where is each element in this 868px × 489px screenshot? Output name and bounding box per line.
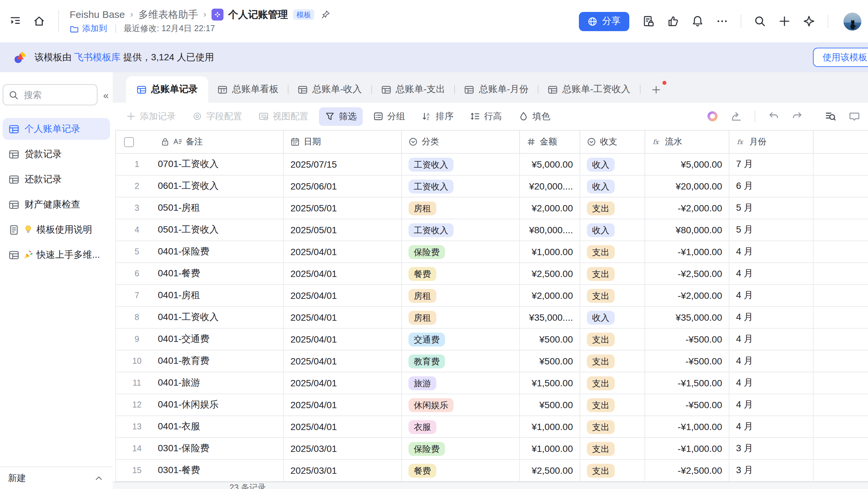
doc-permission-icon[interactable] (643, 15, 654, 27)
cell-category[interactable]: 保险费 (402, 241, 520, 262)
cell-date[interactable]: 2025/03/01 (284, 438, 402, 459)
view-tab-总账单-月份[interactable]: 总账单-月份 (455, 76, 538, 103)
cell-month[interactable]: 4 月 (730, 241, 814, 262)
cell-category[interactable]: 教育费 (402, 351, 520, 372)
cell-note[interactable]: 2 0601-工资收入 (115, 175, 284, 197)
cell-flow[interactable]: -¥2,500.00 (645, 460, 730, 481)
comment-icon[interactable] (849, 111, 860, 122)
view-tab-总账单看板[interactable]: 总账单看板 (208, 76, 288, 103)
cell-month[interactable]: 3 月 (730, 460, 814, 481)
cell-note[interactable]: 13 0401-衣服 (115, 416, 284, 437)
cell-date[interactable]: 2025/04/01 (284, 351, 402, 372)
search-records-icon[interactable] (825, 111, 836, 122)
cell-category[interactable]: 工资收入 (402, 175, 520, 197)
share-view-icon[interactable] (731, 111, 742, 122)
cell-amount[interactable]: ¥1,000.00 (520, 438, 580, 459)
cell-month[interactable]: 7 月 (730, 154, 814, 175)
cell-date[interactable]: 2025/04/01 (284, 394, 402, 416)
cell-category[interactable]: 衣服 (402, 416, 520, 437)
cell-month[interactable]: 6 月 (730, 175, 814, 197)
cell-note[interactable]: 14 0301-保险费 (115, 438, 284, 459)
cell-amount[interactable]: ¥5,000.00 (520, 154, 580, 175)
cell-income-expense[interactable]: 支出 (580, 285, 645, 306)
more-icon[interactable] (716, 15, 728, 27)
column-header-流水[interactable]: fx 流水 (645, 131, 730, 153)
cell-month[interactable]: 5 月 (730, 219, 814, 240)
view-tab-总账单记录[interactable]: 总账单记录 (126, 76, 208, 103)
cell-income-expense[interactable]: 支出 (580, 241, 645, 262)
cell-category[interactable]: 旅游 (402, 372, 520, 394)
sidebar-item-贷款记录[interactable]: 贷款记录 (3, 143, 110, 165)
cell-amount[interactable]: ¥1,000.00 (520, 241, 580, 262)
cell-income-expense[interactable]: 支出 (580, 438, 645, 459)
cell-amount[interactable]: ¥500.00 (520, 394, 580, 416)
cell-category[interactable]: 房租 (402, 197, 520, 219)
toolbar-添加记录-button[interactable]: 添加记录 (126, 110, 176, 122)
cell-category[interactable]: 房租 (402, 307, 520, 328)
cell-note[interactable]: 9 0401-交通费 (115, 329, 284, 350)
cell-date[interactable]: 2025/03/01 (284, 460, 402, 481)
cell-income-expense[interactable]: 收入 (580, 154, 645, 175)
sidebar-item-快速上手多维...[interactable]: 快速上手多维... (3, 244, 110, 266)
cell-date[interactable]: 2025/06/01 (284, 175, 402, 197)
sidebar-search[interactable] (3, 84, 97, 105)
cell-category[interactable]: 休闲娱乐 (402, 394, 520, 416)
search-input[interactable] (23, 89, 72, 100)
cell-month[interactable]: 3 月 (730, 438, 814, 459)
toolbar-分组-button[interactable]: 分组 (373, 110, 405, 122)
bell-icon[interactable] (692, 15, 704, 27)
new-table-button[interactable]: 新建 (0, 466, 113, 489)
cell-income-expense[interactable]: 支出 (580, 329, 645, 350)
cell-note[interactable]: 15 0301-餐费 (115, 460, 284, 481)
cell-amount[interactable]: ¥1,000.00 (520, 416, 580, 437)
cell-note[interactable]: 3 0501-房租 (115, 197, 284, 219)
cell-category[interactable]: 工资收入 (402, 219, 520, 240)
cell-category[interactable]: 餐费 (402, 263, 520, 284)
collapse-sidebar-icon[interactable]: « (103, 89, 109, 100)
cell-flow[interactable]: -¥1,500.00 (645, 372, 730, 394)
cell-income-expense[interactable]: 支出 (580, 263, 645, 284)
search-icon[interactable] (754, 15, 766, 27)
sidebar-item-财产健康检查[interactable]: 财产健康检查 (3, 194, 110, 215)
cell-date[interactable]: 2025/05/01 (284, 197, 402, 219)
cell-flow[interactable]: -¥500.00 (645, 394, 730, 416)
sidebar-item-还款记录[interactable]: 还款记录 (3, 168, 110, 190)
cell-amount[interactable]: ¥1,500.00 (520, 372, 580, 394)
cell-date[interactable]: 2025/04/01 (284, 307, 402, 328)
cell-month[interactable]: 4 月 (730, 394, 814, 416)
cell-income-expense[interactable]: 支出 (580, 197, 645, 219)
cell-amount[interactable]: ¥20,000.... (520, 175, 580, 197)
cell-flow[interactable]: -¥500.00 (645, 329, 730, 350)
column-header-月份[interactable]: fx 月份 (730, 131, 814, 153)
home-icon[interactable] (33, 15, 45, 27)
pin-icon[interactable] (321, 10, 330, 19)
breadcrumb-folder[interactable]: 多维表格助手 (138, 8, 198, 21)
cell-amount[interactable]: ¥35,000.... (520, 307, 580, 328)
cell-flow[interactable]: -¥2,000.00 (645, 197, 730, 219)
cell-note[interactable]: 11 0401-旅游 (115, 372, 284, 394)
toolbar-排序-button[interactable]: AZ 排序 (422, 110, 454, 122)
cell-note[interactable]: 5 0401-保险费 (115, 241, 284, 262)
cell-flow[interactable]: -¥2,500.00 (645, 263, 730, 284)
cell-amount[interactable]: ¥2,500.00 (520, 460, 580, 481)
cell-amount[interactable]: ¥2,500.00 (520, 263, 580, 284)
like-icon[interactable] (667, 15, 679, 27)
add-to-button[interactable]: 添加到 (82, 23, 107, 34)
cell-date[interactable]: 2025/04/01 (284, 285, 402, 306)
cell-category[interactable]: 餐费 (402, 460, 520, 481)
cell-flow[interactable]: ¥20,000.00 (645, 175, 730, 197)
cell-note[interactable]: 10 0401-教育费 (115, 351, 284, 372)
cell-date[interactable]: 2025/04/01 (284, 329, 402, 350)
cell-note[interactable]: 12 0401-休闲娱乐 (115, 394, 284, 416)
cell-month[interactable]: 4 月 (730, 329, 814, 350)
select-all-checkbox[interactable] (124, 137, 134, 147)
cell-note[interactable]: 7 0401-房租 (115, 285, 284, 306)
cell-date[interactable]: 2025/04/01 (284, 241, 402, 262)
view-tab-总账单-收入[interactable]: 总账单-收入 (288, 76, 371, 103)
cell-date[interactable]: 2025/04/01 (284, 263, 402, 284)
cell-amount[interactable]: ¥500.00 (520, 351, 580, 372)
cell-month[interactable]: 4 月 (730, 351, 814, 372)
cell-income-expense[interactable]: 收入 (580, 219, 645, 240)
cell-category[interactable]: 房租 (402, 285, 520, 306)
cell-month[interactable]: 4 月 (730, 263, 814, 284)
